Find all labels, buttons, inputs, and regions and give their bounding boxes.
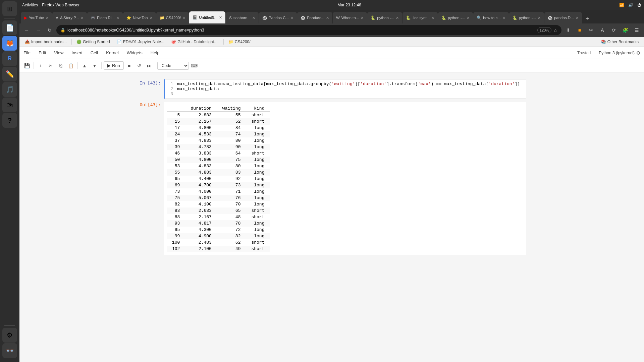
refresh-button[interactable]: ↻ <box>45 25 54 35</box>
bookmark-github[interactable]: 🐙 GitHub - DataInsight-... <box>168 39 221 45</box>
move-down-button[interactable]: ▼ <box>90 61 99 70</box>
cell-index: 55 <box>167 169 185 176</box>
menu-insert[interactable]: Insert <box>67 48 87 57</box>
tab-howto[interactable]: 🔍 how to c... ✕ <box>473 12 508 23</box>
bookmark-eda[interactable]: 📄 EDA/01-Jupyter Note... <box>114 39 167 45</box>
tab-youtube-close[interactable]: ✕ <box>46 16 49 20</box>
bookmark-star-icon[interactable]: ☆ <box>553 28 557 33</box>
code-cell[interactable]: 1 max_testing_data=max_testing_data[max_… <box>164 79 526 99</box>
rstudio-icon[interactable]: R <box>2 51 17 66</box>
cell-waiting: 90 <box>217 144 246 150</box>
power-icon: ⏻ <box>637 3 641 7</box>
files-icon[interactable]: 📄 <box>2 20 17 35</box>
tab-locsyn[interactable]: 🐍 .loc synt... ✕ <box>402 12 438 23</box>
activities-label[interactable]: Activities <box>22 3 38 7</box>
tab-python2-close[interactable]: ✕ <box>467 16 470 20</box>
move-up-button[interactable]: ▲ <box>80 61 89 70</box>
add-cell-button[interactable]: + <box>36 61 45 70</box>
menu-widgets[interactable]: Widgets <box>123 48 147 57</box>
tab-youtube[interactable]: ▶ YouTube ✕ <box>21 12 52 23</box>
tab-newtab-close[interactable]: ✕ <box>150 16 153 20</box>
tab-cs4200-close[interactable]: ✕ <box>182 16 185 20</box>
restart-run-button[interactable]: ⏭ <box>145 61 154 70</box>
paste-button[interactable]: 📋 <box>66 61 75 70</box>
tab-elden[interactable]: 🎮 Elden Ri... ✕ <box>87 12 123 23</box>
back-button[interactable]: ← <box>22 25 32 35</box>
help-icon[interactable]: ? <box>2 113 17 128</box>
extensions-icon[interactable]: 🧩 <box>621 25 630 35</box>
shop-icon[interactable]: 🛍 <box>2 98 17 112</box>
menu-button[interactable]: ☰ <box>632 25 641 35</box>
menu-edit[interactable]: Edit <box>35 48 50 57</box>
cell-kind: long <box>246 144 270 150</box>
bookmark-cs4200[interactable]: 📁 CS4200/ <box>226 39 253 45</box>
kernel-name: Python 3 (ipykernel) <box>599 51 635 55</box>
url-input[interactable] <box>67 28 535 33</box>
cut-button[interactable]: ✂ <box>46 61 55 70</box>
tab-python2[interactable]: 🐍 python -... ✕ <box>438 12 473 23</box>
screenshot-icon[interactable]: ✂ <box>586 25 596 35</box>
tab-python3[interactable]: 🐍 python -... ✕ <box>509 12 544 23</box>
tab-pandas3[interactable]: 🐼 pandas.D... ✕ <box>544 12 582 23</box>
tab-newtab[interactable]: ⭐ New Tab ✕ <box>123 12 156 23</box>
tab-story-close[interactable]: ✕ <box>80 16 84 20</box>
tab-pandas2-close[interactable]: ✕ <box>326 16 329 20</box>
menu-file[interactable]: File <box>19 48 35 57</box>
jupyter-menu: File Edit View Insert Cell Kernel Widget… <box>19 47 644 59</box>
tab-elden-close[interactable]: ✕ <box>116 16 119 20</box>
new-tab-button[interactable]: + <box>582 14 592 23</box>
save-button[interactable]: 💾 <box>22 61 32 70</box>
tab-pandas1-close[interactable]: ✕ <box>290 16 293 20</box>
translate-icon[interactable]: A <box>598 25 607 35</box>
forward-button[interactable]: → <box>34 25 43 35</box>
input-cell-container: In [43]: 1 max_testing_data=max_testing_… <box>130 79 533 99</box>
cell-type-select[interactable]: Code Markdown Raw <box>157 62 189 70</box>
download-icon[interactable]: ⬇ <box>564 25 573 35</box>
table-row: 69 4.700 73 long <box>167 182 270 188</box>
bookmark-other[interactable]: 📚 Other Bookmarks <box>598 39 641 45</box>
bookmark-getting-started[interactable]: 🟢 Getting Started <box>74 39 113 45</box>
reader-icon[interactable]: 👓 <box>2 343 17 358</box>
copy-button[interactable]: ⎘ <box>56 61 65 70</box>
address-bar[interactable]: 🔒 120% ☆ <box>56 25 561 35</box>
stop-button[interactable]: ■ <box>124 61 134 70</box>
rhythmbox-icon[interactable]: 🎵 <box>2 82 17 97</box>
tab-whento[interactable]: W When to... ✕ <box>333 12 367 23</box>
menu-help[interactable]: Help <box>147 48 164 57</box>
tab-python3-close[interactable]: ✕ <box>538 16 541 20</box>
container-icon[interactable]: ■ <box>575 25 584 35</box>
zoom-level[interactable]: 120% <box>537 27 551 33</box>
apps-icon[interactable]: ⊞ <box>2 1 17 16</box>
tab-pandas2[interactable]: 🐼 Pandas:... ✕ <box>297 12 332 23</box>
menu-cell[interactable]: Cell <box>87 48 102 57</box>
tab-howto-close[interactable]: ✕ <box>502 16 505 20</box>
menu-view[interactable]: View <box>50 48 67 57</box>
cell-kind: long <box>246 157 270 163</box>
texteditor-icon[interactable]: ✏️ <box>2 67 17 81</box>
tab-pandas3-close[interactable]: ✕ <box>576 16 579 20</box>
keyboard-shortcuts-button[interactable]: ⌨ <box>190 61 199 70</box>
tab-pandas1[interactable]: 🐼 Pandas C... ✕ <box>259 12 297 23</box>
tab-python1-close[interactable]: ✕ <box>396 16 399 20</box>
tab-seaborn-close[interactable]: ✕ <box>252 16 255 20</box>
settings-icon[interactable]: ⚙ <box>2 328 17 343</box>
tab-cs4200[interactable]: 📁 CS4200/ ✕ <box>156 12 189 23</box>
restart-button[interactable]: ↺ <box>135 61 144 70</box>
run-button[interactable]: ▶ Run <box>104 61 124 70</box>
menu-kernel[interactable]: Kernel <box>102 48 123 57</box>
tab-untitled-label: Untitled9... <box>199 15 217 19</box>
tab-untitled-close[interactable]: ✕ <box>219 15 222 20</box>
cell-index: 82 <box>167 201 185 207</box>
firefox-icon[interactable]: 🦊 <box>2 36 17 51</box>
tab-locsyn-close[interactable]: ✕ <box>431 16 434 20</box>
tab-seaborn[interactable]: S seaborn... ✕ <box>226 12 259 23</box>
bookmark-import[interactable]: 📥 Import bookmarks... <box>22 39 69 45</box>
taskbar: Activities Firefox Web Browser Mar 23 12… <box>19 0 644 10</box>
cell-kind: long <box>246 176 270 182</box>
cell-in-content[interactable]: 1 max_testing_data=max_testing_data[max_… <box>164 79 526 99</box>
tab-untitled[interactable]: 📓 Untitled9... ✕ <box>189 11 225 23</box>
tab-python1[interactable]: 🐍 python -... ✕ <box>367 12 402 23</box>
tab-story[interactable]: A A Story P... ✕ <box>52 12 87 23</box>
sync-icon[interactable]: ⟳ <box>609 25 619 35</box>
tab-whento-close[interactable]: ✕ <box>361 16 364 20</box>
